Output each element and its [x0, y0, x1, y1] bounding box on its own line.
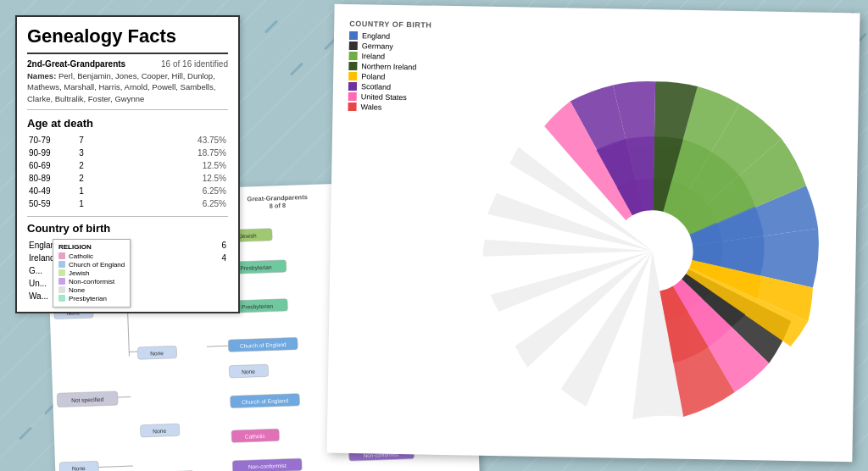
age-pct: 6.25% — [92, 186, 226, 197]
age-range: 50-59 — [29, 198, 71, 209]
religion-color-dot — [58, 261, 65, 268]
svg-text:Jewish: Jewish — [239, 232, 257, 239]
age-section-title: Age at death — [27, 117, 228, 130]
facts-card: Genealogy Facts 2nd-Great-Grandparents 1… — [15, 15, 240, 313]
age-pct: 6.25% — [92, 198, 226, 209]
age-pct: 43.75% — [92, 135, 226, 146]
country-legend-label: United States — [361, 92, 407, 102]
age-count: 2 — [73, 160, 90, 171]
religion-color-dot — [58, 278, 65, 285]
svg-line-66 — [118, 396, 131, 397]
country-section-title: Country of birth — [27, 222, 228, 235]
age-count: 3 — [73, 147, 90, 158]
religion-legend: RELIGION Catholic Church of England Jewi… — [53, 239, 131, 308]
country-color-dot — [348, 103, 356, 111]
religion-legend-item: Non-conformist — [58, 278, 125, 285]
religion-label: Presbyterian — [69, 295, 107, 302]
age-pct: 12.5% — [92, 160, 226, 171]
age-count: 2 — [73, 173, 90, 184]
religion-label: Jewish — [69, 269, 89, 277]
age-pct: 12.5% — [92, 173, 226, 184]
country-legend-label: Ireland — [362, 52, 386, 60]
age-count: 1 — [73, 198, 90, 209]
facts-title: Genealogy Facts — [27, 25, 228, 54]
tree-label-great-grandparents: Great-Grandparents8 of 8 — [247, 193, 308, 210]
country-section: England 6 Ireland 4 G... Un... Wa... REL… — [27, 238, 228, 303]
radial-chart — [428, 6, 860, 463]
country-color-dot — [348, 72, 357, 80]
religion-legend-item: Jewish — [58, 269, 125, 277]
country-count: 6 — [201, 240, 226, 251]
religion-legend-item: None — [58, 286, 125, 294]
country-legend-item: United States — [348, 92, 431, 103]
bg-decoration — [264, 19, 278, 33]
svg-line-68 — [98, 466, 133, 467]
radial-inner: COUNTRY OF BIRTH England Germany Ireland… — [326, 4, 860, 463]
svg-text:None: None — [242, 368, 255, 375]
svg-text:Catholic: Catholic — [245, 433, 266, 440]
radial-svg — [428, 6, 860, 463]
svg-text:None: None — [72, 465, 86, 471]
age-row: 70-79 7 43.75% — [29, 135, 226, 146]
svg-line-75 — [207, 346, 228, 346]
age-pct: 18.75% — [92, 147, 226, 158]
religion-label: Non-conformist — [69, 278, 114, 285]
radial-card: COUNTRY OF BIRTH England Germany Ireland… — [326, 4, 860, 463]
religion-legend-item: Catholic — [58, 252, 125, 260]
names-list: Perl, Benjamin, Jones, Cooper, Hill, Dun… — [27, 71, 215, 103]
age-table: 70-79 7 43.75% 90-99 3 18.75% 60-69 2 12… — [27, 133, 228, 211]
religion-legend-item: Church of England — [58, 261, 125, 269]
age-row: 50-59 1 6.25% — [29, 198, 226, 209]
facts-names: Names: Perl, Benjamin, Jones, Cooper, Hi… — [27, 70, 228, 110]
svg-text:None: None — [150, 350, 164, 357]
country-legend-item: Ireland — [349, 52, 431, 62]
religion-label: Church of England — [69, 261, 125, 269]
country-legend-item: Scotland — [348, 82, 431, 92]
religion-color-dot — [58, 295, 65, 302]
country-color-dot — [348, 62, 357, 70]
facts-subtitle: 2nd-Great-Grandparents 16 of 16 identifi… — [27, 59, 228, 69]
religion-label: None — [69, 286, 85, 294]
country-legend-label: Northern Ireland — [361, 62, 416, 71]
svg-text:None: None — [153, 428, 166, 435]
country-legend: COUNTRY OF BIRTH England Germany Ireland… — [348, 19, 431, 114]
country-color-dot — [348, 92, 357, 101]
country-legend-title: COUNTRY OF BIRTH — [349, 19, 431, 30]
bg-decoration — [290, 62, 303, 75]
religion-legend-item: Presbyterian — [58, 295, 125, 302]
country-count: 4 — [201, 252, 226, 263]
age-row: 60-69 2 12.5% — [29, 160, 226, 171]
country-legend-item: England — [349, 31, 431, 42]
age-range: 90-99 — [29, 147, 71, 158]
age-range: 60-69 — [29, 160, 71, 171]
country-count — [201, 278, 226, 289]
svg-line-69 — [128, 310, 130, 356]
age-count: 1 — [73, 186, 90, 197]
religion-color-dot — [58, 269, 65, 276]
age-range: 40-49 — [29, 186, 71, 197]
religion-color-dot — [58, 252, 65, 259]
age-range: 70-79 — [29, 135, 71, 146]
age-row: 90-99 3 18.75% — [29, 147, 226, 158]
country-legend-label: Poland — [361, 72, 385, 80]
age-row: 40-49 1 6.25% — [29, 186, 226, 197]
country-legend-label: Wales — [360, 103, 381, 111]
country-legend-item: Wales — [348, 103, 430, 113]
age-range: 80-89 — [29, 173, 71, 184]
country-color-dot — [349, 31, 358, 40]
religion-color-dot — [58, 286, 65, 293]
age-count: 7 — [73, 135, 90, 146]
country-legend-item: Germany — [349, 42, 431, 52]
country-legend-label: Scotland — [361, 82, 391, 91]
bg-decoration — [19, 426, 32, 440]
country-count — [201, 265, 226, 276]
religion-label: Catholic — [69, 252, 93, 260]
country-legend-item: Poland — [348, 72, 431, 82]
religion-legend-title: RELIGION — [58, 243, 125, 251]
divider — [27, 216, 228, 217]
country-color-dot — [348, 82, 357, 91]
country-color-dot — [349, 42, 358, 50]
country-legend-label: England — [362, 31, 390, 41]
country-legend-label: Germany — [362, 42, 393, 51]
facts-subtitle-right: 16 of 16 identified — [161, 59, 228, 69]
